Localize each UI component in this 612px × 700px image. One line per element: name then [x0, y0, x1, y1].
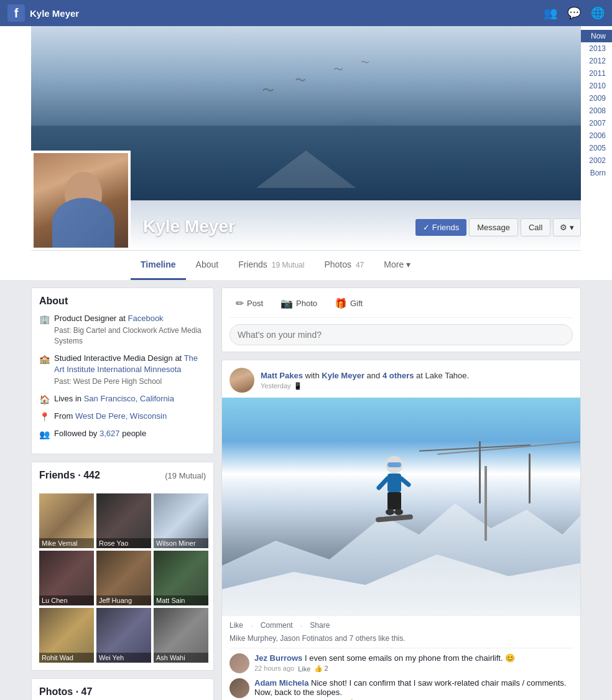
- camera-icon: 📷: [280, 297, 293, 309]
- friend-name-matt: Matt Sain: [154, 595, 208, 605]
- page-title: Kyle Meyer: [30, 8, 79, 19]
- photos-count-badge: 47: [356, 261, 364, 269]
- about-followed-item: 👥 Followed by 3,627 people: [39, 428, 206, 439]
- share-action[interactable]: Share: [310, 621, 330, 630]
- like-action[interactable]: Like: [230, 621, 243, 630]
- snowboarder-figure: [373, 454, 416, 528]
- friend-item[interactable]: Matt Sain: [154, 551, 208, 605]
- call-button[interactable]: Call: [521, 218, 550, 236]
- comment-body-jez: Jez Burrows I even sent some emails on m…: [254, 653, 573, 673]
- about-job-past: Past: Big Cartel and Clockwork Active Me…: [54, 325, 206, 347]
- globe-icon[interactable]: 🌐: [591, 6, 605, 20]
- comment-body-adam: Adam Michela Nice shot! I can confirm th…: [254, 678, 573, 700]
- comment-author-adam[interactable]: Adam Michela: [254, 678, 308, 688]
- about-lives-item: 🏠 Lives in San Francisco, California: [39, 393, 206, 404]
- feed-avatar-image: [230, 368, 254, 393]
- bird-4-icon: 〜: [361, 57, 369, 68]
- feed-post-others-link[interactable]: 4 others: [382, 371, 414, 380]
- comment-text-adam: Adam Michela Nice shot! I can confirm th…: [254, 678, 566, 697]
- friend-name-mike: Mike Vernal: [39, 538, 94, 548]
- svg-point-7: [394, 509, 403, 515]
- friend-item[interactable]: Ash Wahi: [154, 608, 208, 663]
- photos-box-title: Photos · 47: [39, 686, 92, 698]
- nav-icons: 👥 💬 🌐: [544, 6, 605, 20]
- fb-logo-icon[interactable]: f: [7, 4, 25, 22]
- avatar[interactable]: [31, 151, 131, 250]
- friend-item[interactable]: Lu Chen: [39, 551, 94, 605]
- friend-name-rohit: Rohit Wad: [39, 653, 94, 663]
- feed-post: Matt Pakes with Kyle Meyer and 4 others …: [221, 360, 581, 700]
- photos-box: Photos · 47: [31, 678, 214, 700]
- ski-lift-pole-2: [529, 454, 531, 503]
- post-actions-bar: ✏ Post 📷 Photo 🎁 Gift: [230, 294, 573, 318]
- tab-photos[interactable]: Photos 47: [314, 251, 374, 280]
- about-job-link[interactable]: Facebook: [128, 314, 164, 323]
- about-hometown-link[interactable]: West De Pere, Wisconsin: [75, 411, 167, 421]
- messages-icon[interactable]: 💬: [567, 6, 581, 20]
- feed-post-footer: Like · Comment · Share Mike Murphey, Jas…: [222, 615, 580, 700]
- about-city-link[interactable]: San Francisco, California: [84, 394, 174, 403]
- about-education-text: Studied Interactive Media Design at The …: [54, 353, 206, 387]
- feed-post-title: Matt Pakes with Kyle Meyer and 4 others …: [261, 370, 573, 381]
- pencil-icon: ✏: [236, 297, 244, 309]
- feed-post-tagged-link[interactable]: Kyle Meyer: [322, 371, 364, 380]
- friend-name-rose: Rose Yao: [96, 538, 151, 548]
- friend-item[interactable]: Mike Vernal: [39, 493, 94, 548]
- comment-meta-jez: 22 hours ago Like 👍 2: [254, 664, 573, 673]
- profile-tabs: Timeline About Friends 19 Mutual Photos …: [31, 250, 581, 280]
- about-lives-text: Lives in San Francisco, California: [54, 393, 174, 404]
- comment-item: Adam Michela Nice shot! I can confirm th…: [230, 678, 573, 700]
- svg-rect-5: [387, 492, 401, 510]
- tab-about[interactable]: About: [186, 251, 229, 280]
- post-action-post-button[interactable]: ✏ Post: [230, 294, 269, 312]
- svg-line-4: [401, 478, 409, 485]
- about-job-text: Product Designer at Facebook Past: Big C…: [54, 313, 206, 347]
- post-box: ✏ Post 📷 Photo 🎁 Gift: [221, 287, 581, 352]
- school-icon: 🏫: [39, 354, 49, 364]
- post-action-gift-button[interactable]: 🎁 Gift: [328, 294, 369, 312]
- comment-avatar-adam[interactable]: [230, 678, 249, 698]
- post-action-photo-button[interactable]: 📷 Photo: [274, 294, 323, 312]
- feed-post-avatar[interactable]: [230, 368, 254, 393]
- message-button[interactable]: Message: [469, 218, 518, 236]
- comment-action[interactable]: Comment: [261, 621, 293, 630]
- friend-name-wei: Wei Yeh: [96, 653, 151, 663]
- profile-actions: ✓ Friends Message Call ⚙ ▾: [415, 218, 581, 236]
- comment-avatar-jez[interactable]: [230, 653, 249, 673]
- friend-item[interactable]: Wei Yeh: [96, 608, 151, 663]
- feed-post-image[interactable]: [222, 398, 580, 615]
- comment-like-jez[interactable]: Like: [298, 665, 310, 673]
- friend-item[interactable]: Wilson Miner: [154, 493, 208, 548]
- post-input[interactable]: [230, 324, 573, 345]
- friend-name-lu: Lu Chen: [39, 595, 94, 605]
- comment-list: Jez Burrows I even sent some emails on m…: [230, 648, 573, 700]
- svg-line-3: [379, 478, 387, 488]
- tab-timeline[interactable]: Timeline: [131, 251, 186, 280]
- friends-button[interactable]: ✓ Friends: [415, 219, 466, 236]
- bird-3-icon: 〜: [333, 63, 343, 77]
- briefcase-icon: 🏢: [39, 314, 49, 324]
- feed-post-author-link[interactable]: Matt Pakes: [261, 371, 303, 380]
- comment-item: Jez Burrows I even sent some emails on m…: [230, 653, 573, 673]
- avatar-body: [52, 198, 114, 248]
- bird-2-icon: 〜: [295, 73, 306, 88]
- friends-request-icon[interactable]: 👥: [544, 6, 557, 20]
- location-icon: 📍: [39, 412, 49, 422]
- tab-more[interactable]: More ▾: [374, 251, 420, 280]
- about-followers-count[interactable]: 3,627: [100, 429, 120, 438]
- friend-item[interactable]: Jeff Huang: [96, 551, 151, 605]
- friends-title-row: Friends · 442 (19 Mutual): [39, 470, 206, 487]
- friend-name-wilson: Wilson Miner: [154, 538, 208, 548]
- photos-title-row: Photos · 47: [39, 686, 206, 700]
- friends-box-title: Friends · 442: [39, 470, 100, 481]
- svg-rect-8: [376, 514, 413, 522]
- tab-friends[interactable]: Friends 19 Mutual: [228, 251, 314, 280]
- friend-item[interactable]: Rose Yao: [96, 493, 151, 548]
- gear-button[interactable]: ⚙ ▾: [553, 218, 581, 236]
- profile-name: Kyle Meyer: [143, 217, 235, 236]
- comment-author-jez[interactable]: Jez Burrows: [254, 653, 302, 663]
- friend-item[interactable]: Rohit Wad: [39, 608, 94, 663]
- friends-grid: Mike Vernal Rose Yao Wilson Miner L: [39, 493, 206, 663]
- profile-info-bar: Kyle Meyer ✓ Friends Message Call ⚙ ▾: [31, 200, 581, 250]
- feed-post-meta: Matt Pakes with Kyle Meyer and 4 others …: [261, 370, 573, 390]
